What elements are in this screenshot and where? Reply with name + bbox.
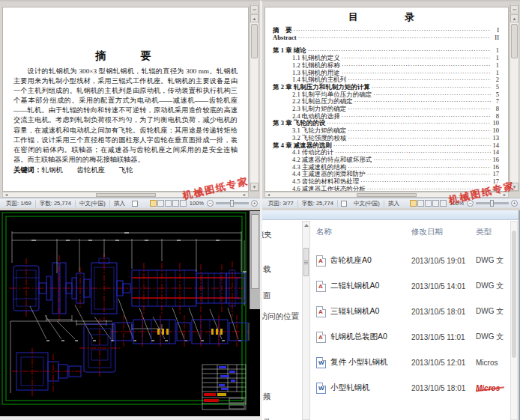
explorer-sidebar: 藏夹 载 面 近访问的位置 频 件 <box>262 221 301 420</box>
abstract-page: 摘 要 设计的轧钢机为 300×3 型钢轧钢机，轧辊的直径为 300 mm。轧钢… <box>2 7 249 192</box>
language-indicator[interactable]: 中文(中国) <box>350 200 384 207</box>
proofing-icon[interactable] <box>132 201 138 207</box>
file-row[interactable]: 轧钢机总装图A0 2013/10/5 11:01 DWG 文 <box>312 324 507 350</box>
ruler-toggle-icon[interactable]: ▭ <box>510 5 519 13</box>
cad-drawing-window <box>0 210 260 416</box>
sidebar-item[interactable]: 件 <box>263 417 271 420</box>
zoom-slider-thumb[interactable] <box>490 200 494 207</box>
sidebar-item[interactable]: 近访问的位置 <box>262 311 299 322</box>
scroll-down-icon[interactable]: ▼ <box>250 183 259 191</box>
zoom-slider[interactable] <box>216 202 249 204</box>
toc-entry: 摘 要 I <box>273 27 499 34</box>
file-row[interactable]: 三辊轧钢机A0 2013/10/5 18:01 DWG 文 <box>312 299 507 324</box>
proofing-icon[interactable] <box>341 201 347 207</box>
fullscreen-view-button[interactable] <box>417 200 424 207</box>
hscroll-thumb[interactable] <box>357 193 417 197</box>
sidebar-item[interactable]: 频 <box>263 392 271 402</box>
file-type-icon <box>316 357 326 368</box>
view-switcher <box>410 200 447 207</box>
zoom-slider-thumb[interactable] <box>230 200 234 207</box>
file-row[interactable]: 齿轮机座A0 2013/10/5 19:01 DWG 文 <box>312 248 507 273</box>
zoom-out-button[interactable]: − <box>207 200 214 207</box>
toc-dot-leader <box>354 98 491 106</box>
file-row[interactable]: 二辊轧钢机A0 2013/10/5 14:01 DWG 文 <box>312 273 507 299</box>
cad-scroll-thumb[interactable] <box>251 214 259 289</box>
keywords-label: 关键词： <box>13 166 42 174</box>
file-type: Micros <box>476 384 507 392</box>
vertical-scrollbar[interactable]: ▭ ▲ ▼ <box>510 4 519 192</box>
print-layout-view-button[interactable] <box>410 200 417 207</box>
zoom-in-button[interactable]: + <box>251 200 258 207</box>
scroll-left-icon[interactable]: ◄ <box>265 192 272 197</box>
file-type: DWG 文 <box>476 306 507 317</box>
draft-view-button[interactable] <box>440 200 447 207</box>
toc-entry-label: Abstract <box>273 34 297 42</box>
language-indicator[interactable]: 中文(中国) <box>76 200 110 207</box>
scroll-up-icon[interactable] <box>304 224 309 227</box>
file-type-icon <box>316 281 326 292</box>
sidebar-item[interactable]: 面 <box>263 290 271 301</box>
page-indicator[interactable]: 页面: 1/69 <box>2 200 36 207</box>
toc-dot-leader <box>348 135 491 142</box>
outline-view-button[interactable] <box>432 200 439 207</box>
toc-dot-leader <box>348 164 491 171</box>
file-name[interactable]: 复件 小型轧钢机 <box>330 357 411 368</box>
column-header-type[interactable]: 类型 <box>476 227 507 237</box>
column-header-name[interactable]: 名称 <box>312 227 411 237</box>
abstract-paragraph: 设计的轧钢机为 300×3 型钢轧钢机，轧辊的直径为 300 mm。轧钢机主要用… <box>13 67 238 165</box>
scroll-up-icon[interactable]: ▲ <box>250 14 259 22</box>
column-header-date[interactable]: 修改日期 <box>411 227 476 237</box>
word-count[interactable]: 字数: 25,774 <box>36 200 76 207</box>
toc-entry-label: 4.6 减速器工作状态的分析 <box>292 186 366 192</box>
zoom-in-button[interactable]: + <box>511 200 518 207</box>
toc-dot-leader <box>367 171 491 178</box>
file-list-scrollbar[interactable] <box>510 221 518 420</box>
sidebar-scroll-thumb[interactable] <box>303 248 309 276</box>
fullscreen-view-button[interactable] <box>157 200 164 207</box>
scroll-left-icon[interactable]: ◄ <box>3 192 10 197</box>
file-row[interactable]: 复件 小型轧钢机 2013/10/5 12:01 Micros <box>312 350 507 375</box>
insert-mode[interactable]: 插入 <box>384 200 403 207</box>
view-switcher <box>150 200 187 207</box>
word-count[interactable]: 字数: 25,774 <box>298 200 338 207</box>
zoom-slider[interactable] <box>476 202 509 204</box>
file-name[interactable]: 二辊轧钢机A0 <box>330 281 411 291</box>
scroll-up-icon[interactable]: ▲ <box>510 14 519 22</box>
insert-mode[interactable]: 插入 <box>110 200 129 207</box>
ruler-toggle-icon[interactable]: ▭ <box>250 5 259 13</box>
file-list-scroll-thumb[interactable] <box>512 231 516 358</box>
scroll-right-icon[interactable]: ► <box>241 192 248 197</box>
sidebar-item[interactable]: 载 <box>263 264 271 275</box>
file-date: 2013/10/5 19:01 <box>411 257 476 265</box>
file-name[interactable]: 三辊轧钢机A0 <box>330 306 411 317</box>
file-type: DWG 文 <box>476 281 507 291</box>
page-indicator[interactable]: 页面: 3/77 <box>264 200 298 207</box>
file-type-icon <box>316 306 326 317</box>
outline-view-button[interactable] <box>172 200 179 207</box>
file-date: 2013/10/5 11:01 <box>411 333 476 341</box>
hscroll-thumb[interactable] <box>96 193 156 197</box>
file-date: 2013/10/5 18:01 <box>411 384 476 392</box>
scroll-thumb[interactable] <box>511 24 518 58</box>
file-type-icon <box>316 332 326 343</box>
toc-dot-leader <box>294 27 492 34</box>
toc-dot-leader <box>342 113 491 121</box>
file-name[interactable]: 齿轮机座A0 <box>330 255 411 266</box>
scroll-thumb[interactable] <box>251 24 258 58</box>
file-row[interactable]: 小型轧钢机 2013/10/5 18:01 Micros <box>312 375 507 401</box>
file-list: 齿轮机座A0 2013/10/5 19:01 DWG 文 二辊轧钢机A0 201… <box>312 248 507 401</box>
toc-dot-leader <box>342 62 491 70</box>
web-layout-view-button[interactable] <box>165 200 172 207</box>
sidebar-scrollbar[interactable] <box>302 221 310 420</box>
sidebar-item[interactable]: 藏夹 <box>262 230 272 240</box>
word-toc-window: 目 录 摘 要 I Abstract II <box>260 0 520 210</box>
toc-dot-leader <box>333 142 491 150</box>
cad-vertical-scrollbar[interactable] <box>250 211 260 309</box>
file-name[interactable]: 小型轧钢机 <box>330 383 411 393</box>
file-date: 2013/10/5 12:01 <box>411 359 476 367</box>
vertical-scrollbar[interactable]: ▭ ▲ ▼ <box>250 4 259 192</box>
print-layout-view-button[interactable] <box>150 200 157 207</box>
web-layout-view-button[interactable] <box>425 200 432 207</box>
toc-dot-leader <box>373 156 491 164</box>
file-name[interactable]: 轧钢机总装图A0 <box>330 332 411 342</box>
